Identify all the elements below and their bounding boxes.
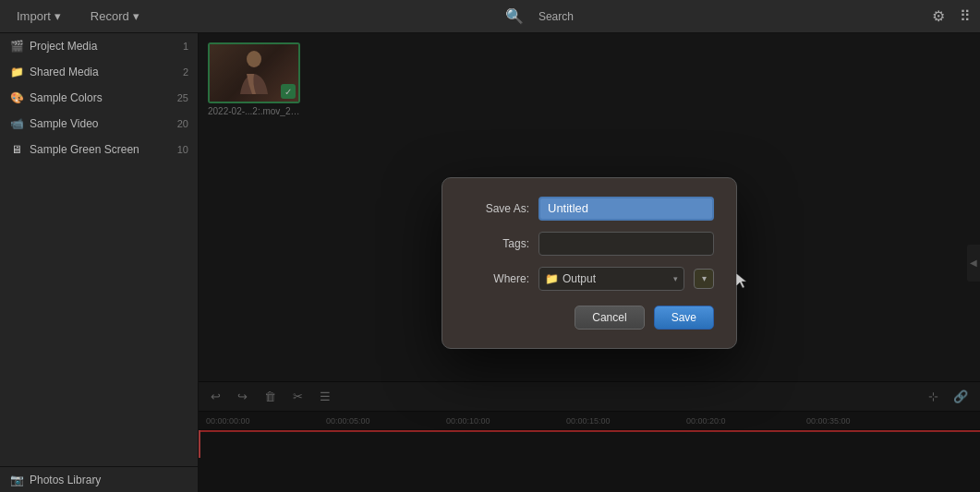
folder-icon: 📁 xyxy=(545,272,559,285)
save-as-input[interactable] xyxy=(538,197,714,221)
sample-green-screen-label: Sample Green Screen xyxy=(30,143,172,156)
sample-colors-count: 25 xyxy=(177,92,188,103)
cancel-button[interactable]: Cancel xyxy=(575,306,644,330)
sidebar-item-project-media[interactable]: 🎬 Project Media 1 xyxy=(0,33,198,59)
where-label: Where: xyxy=(465,272,529,285)
dialog-overlay: Save As: Tags: Where: 📁 Output xyxy=(199,33,980,492)
sidebar-item-photos-library[interactable]: 📷 Photos Library xyxy=(0,466,198,492)
record-chevron-icon: ▾ xyxy=(133,9,139,23)
dialog-buttons: Cancel Save xyxy=(465,306,714,330)
content-area: ✓ 2022-02-...2:.mov_2_0 ◀ ↩ ↪ 🗑 ✂ ☰ ⊹ 🔗 xyxy=(199,33,980,492)
top-toolbar: Import ▾ Record ▾ 🔍 Search ⚙ ⠿ xyxy=(0,0,980,33)
project-media-label: Project Media xyxy=(30,40,177,53)
where-expand-button[interactable]: ▾ xyxy=(694,269,714,289)
record-button[interactable]: Record ▾ xyxy=(83,6,147,27)
sample-video-icon: 📹 xyxy=(9,116,24,131)
main-layout: 🎬 Project Media 1 📁 Shared Media 2 🎨 Sam… xyxy=(0,33,980,492)
shared-media-count: 2 xyxy=(183,66,188,78)
sidebar-item-sample-colors[interactable]: 🎨 Sample Colors 25 xyxy=(0,85,198,111)
sample-green-screen-count: 10 xyxy=(177,144,188,155)
filter-icon[interactable]: ⚙ xyxy=(932,7,945,25)
save-button[interactable]: Save xyxy=(654,306,714,330)
shared-media-icon: 📁 xyxy=(9,65,24,79)
save-dialog: Save As: Tags: Where: 📁 Output xyxy=(442,177,737,349)
photos-library-icon: 📷 xyxy=(9,473,24,487)
dialog-where-row: Where: 📁 Output ▾ ▾ xyxy=(465,267,714,291)
photos-library-label: Photos Library xyxy=(30,474,188,486)
record-label: Record xyxy=(91,9,129,23)
dialog-tags-row: Tags: xyxy=(465,232,714,256)
search-label: Search xyxy=(538,10,574,23)
sample-video-count: 20 xyxy=(177,118,188,129)
save-as-label: Save As: xyxy=(465,202,529,215)
sidebar-item-sample-green-screen[interactable]: 🖥 Sample Green Screen 10 xyxy=(0,137,198,162)
sample-green-screen-icon: 🖥 xyxy=(9,142,24,157)
tags-input[interactable] xyxy=(538,232,714,256)
tags-label: Tags: xyxy=(465,237,529,250)
shared-media-label: Shared Media xyxy=(30,66,177,78)
import-button[interactable]: Import ▾ xyxy=(9,6,68,27)
sample-video-label: Sample Video xyxy=(30,117,172,130)
grid-icon[interactable]: ⠿ xyxy=(960,7,971,25)
project-media-count: 1 xyxy=(183,41,188,52)
expand-chevron-icon: ▾ xyxy=(702,273,707,283)
import-chevron-icon: ▾ xyxy=(54,9,61,23)
sidebar-item-sample-video[interactable]: 📹 Sample Video 20 xyxy=(0,111,198,137)
where-chevron-icon: ▾ xyxy=(673,274,678,283)
sidebar: 🎬 Project Media 1 📁 Shared Media 2 🎨 Sam… xyxy=(0,33,199,492)
import-label: Import xyxy=(17,9,51,23)
sample-colors-icon: 🎨 xyxy=(9,90,24,105)
search-icon[interactable]: 🔍 xyxy=(505,7,524,25)
dialog-save-as-row: Save As: xyxy=(465,197,714,221)
sample-colors-label: Sample Colors xyxy=(30,91,172,104)
where-select[interactable]: Output xyxy=(563,272,670,285)
where-select-container: 📁 Output ▾ xyxy=(538,267,684,291)
project-media-icon: 🎬 xyxy=(9,39,24,54)
sidebar-item-shared-media[interactable]: 📁 Shared Media 2 xyxy=(0,59,198,85)
